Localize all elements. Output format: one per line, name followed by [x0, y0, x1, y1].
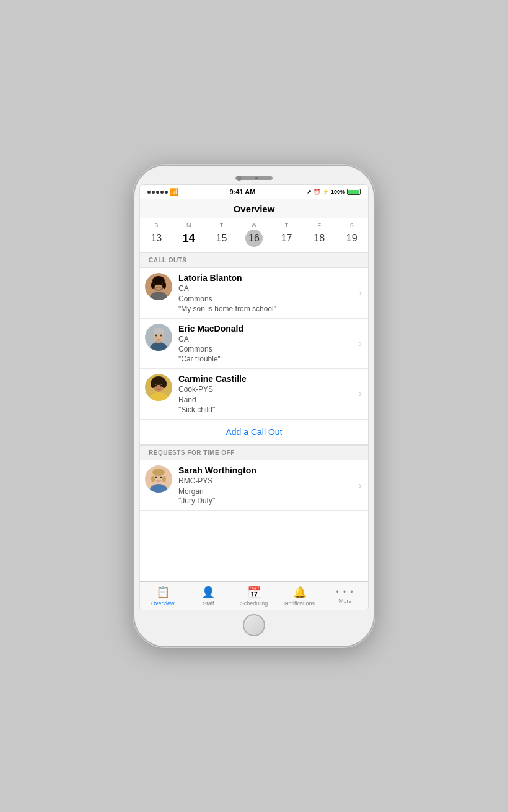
svg-point-30	[155, 476, 157, 478]
callout-role-2: CA	[178, 334, 356, 345]
battery-fill	[348, 190, 359, 194]
time-off-header: REQUESTS FOR TIME OFF	[140, 445, 368, 460]
status-left: 📶	[147, 188, 178, 196]
location-icon: ↗	[307, 189, 312, 195]
chevron-icon-1: ›	[359, 288, 362, 298]
svg-point-22	[155, 385, 157, 387]
tab-scheduling-label: Scheduling	[240, 600, 268, 607]
svg-point-5	[151, 282, 155, 289]
callout-location-1: Commons	[178, 294, 356, 304]
calendar-days: S 13 M 14 T 15 W 16 T 17	[140, 222, 368, 247]
scheduling-icon: 📅	[247, 585, 261, 599]
timeoff-location-1: Morgan	[178, 486, 356, 497]
callout-item-2[interactable]: Eric MacDonald CA Commons "Car trouble" …	[140, 319, 368, 369]
svg-point-29	[162, 476, 166, 482]
tab-bar: 📋 Overview 👤 Staff 📅 Scheduling 🔔 Notifi…	[140, 581, 368, 610]
notifications-icon: 🔔	[293, 585, 307, 599]
timeoff-item-1[interactable]: Sarah Worthington RMC-PYS Morgan "Jury D…	[140, 460, 368, 511]
callout-role-3: Cook-PYS	[178, 384, 356, 395]
tab-scheduling[interactable]: 📅 Scheduling	[231, 585, 277, 607]
svg-point-28	[151, 476, 155, 482]
signal-dot-5	[165, 191, 168, 194]
callout-content-1: Latoria Blanton CA Commons "My son is ho…	[178, 273, 356, 313]
svg-point-8	[160, 283, 162, 285]
overview-icon: 📋	[156, 585, 170, 599]
chevron-icon-3: ›	[359, 389, 362, 399]
status-time: 9:41 AM	[230, 188, 256, 196]
call-outs-header: CALL OUTS	[140, 253, 368, 268]
callout-item-3[interactable]: Carmine Castille Cook-PYS Rand "Sick chi…	[140, 369, 368, 420]
callout-location-2: Commons	[178, 344, 356, 355]
avatar-sarah	[145, 465, 172, 493]
sensor-dot	[255, 177, 258, 179]
navigation-bar: Overview	[140, 199, 368, 218]
tab-notifications[interactable]: 🔔 Notifications	[277, 585, 323, 607]
callout-role-1: CA	[178, 283, 356, 294]
cal-day-sat: S 19	[335, 222, 368, 247]
svg-point-31	[160, 476, 162, 478]
callout-name-1: Latoria Blanton	[178, 273, 356, 283]
cal-day-tue[interactable]: T 15	[205, 222, 238, 247]
signal-dot-4	[160, 191, 164, 194]
cal-day-thu[interactable]: T 17	[270, 222, 303, 247]
signal-dot-3	[156, 191, 159, 194]
scroll-content: CALL OUTS	[140, 253, 368, 581]
phone-bottom	[243, 610, 265, 640]
svg-point-13	[155, 334, 157, 336]
avatar-latoria	[145, 273, 172, 300]
more-icon: • • •	[336, 588, 354, 597]
callout-name-2: Eric MacDonald	[178, 324, 356, 334]
battery-percent: 100%	[331, 189, 345, 195]
callout-location-3: Rand	[178, 395, 356, 405]
callout-name-3: Carmine Castille	[178, 374, 356, 384]
chevron-icon-2: ›	[359, 339, 362, 348]
svg-point-20	[151, 379, 155, 388]
cal-day-sun: S 13	[140, 222, 173, 247]
cal-day-fri[interactable]: F 18	[303, 222, 336, 247]
svg-point-15	[155, 340, 162, 343]
signal-dot-2	[152, 191, 155, 194]
svg-point-27	[152, 469, 165, 476]
timeoff-name-1: Sarah Worthington	[178, 465, 356, 475]
callout-content-2: Eric MacDonald CA Commons "Car trouble"	[178, 324, 356, 364]
bluetooth-icon: ⚡	[322, 189, 329, 195]
tab-more[interactable]: • • • More	[322, 588, 368, 604]
svg-point-21	[162, 379, 167, 388]
status-bar: 📶 9:41 AM ↗ ⏰ ⚡ 100%	[140, 185, 368, 199]
phone-screen: 📶 9:41 AM ↗ ⏰ ⚡ 100% Overview S 13	[139, 184, 369, 610]
cal-day-mon[interactable]: M 14	[173, 222, 206, 247]
chevron-icon-4: ›	[359, 480, 362, 490]
tab-staff[interactable]: 👤 Staff	[186, 585, 232, 607]
front-camera	[237, 176, 242, 181]
tab-more-label: More	[339, 598, 352, 604]
add-callout-row[interactable]: Add a Call Out	[140, 420, 368, 445]
callout-reason-1: "My son is home from school"	[178, 304, 356, 313]
callout-content-3: Carmine Castille Cook-PYS Rand "Sick chi…	[178, 374, 356, 414]
callout-item-1[interactable]: Latoria Blanton CA Commons "My son is ho…	[140, 268, 368, 319]
avatar-eric	[145, 324, 172, 351]
svg-point-14	[160, 334, 162, 336]
signal-bars	[147, 191, 168, 194]
timeoff-role-1: RMC-PYS	[178, 476, 356, 486]
tab-overview[interactable]: 📋 Overview	[140, 585, 186, 607]
page-title: Overview	[140, 204, 368, 214]
phone-device: 📶 9:41 AM ↗ ⏰ ⚡ 100% Overview S 13	[133, 165, 375, 647]
avatar-carmine	[145, 374, 172, 401]
svg-point-6	[162, 282, 166, 289]
wifi-icon: 📶	[170, 188, 178, 196]
callout-reason-3: "Sick child"	[178, 405, 356, 414]
home-button[interactable]	[243, 614, 265, 636]
tab-overview-label: Overview	[151, 600, 175, 607]
add-callout-button[interactable]: Add a Call Out	[226, 427, 282, 437]
cal-day-wed[interactable]: W 16	[238, 222, 271, 247]
callout-reason-2: "Car trouble"	[178, 355, 356, 363]
svg-point-12	[153, 328, 164, 334]
phone-top	[139, 172, 369, 184]
tab-staff-label: Staff	[203, 600, 214, 607]
calendar-week: S 13 M 14 T 15 W 16 T 17	[140, 218, 368, 253]
timeoff-reason-1: "Jury Duty"	[178, 496, 356, 505]
tab-notifications-label: Notifications	[284, 600, 315, 607]
signal-dot-1	[147, 191, 151, 194]
alarm-icon: ⏰	[313, 189, 320, 195]
svg-point-23	[160, 385, 162, 387]
